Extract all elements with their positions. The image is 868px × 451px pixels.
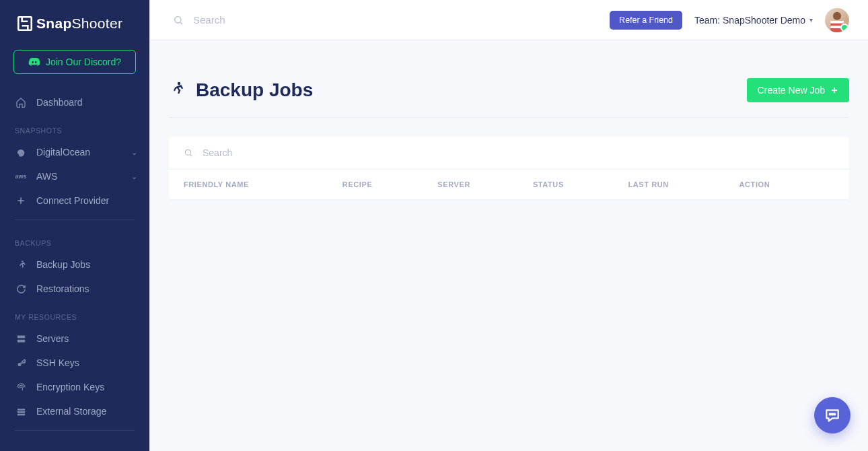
chevron-down-icon: ⌄	[131, 172, 137, 181]
team-label: Team: SnapShooter Demo	[694, 15, 805, 26]
sidebar-item-label: Restorations	[36, 283, 89, 294]
svg-point-17	[834, 413, 835, 415]
section-resources: MY RESOURCES	[0, 301, 149, 326]
sidebar-item-label: DigitalOcean	[36, 147, 90, 158]
svg-rect-3	[17, 339, 24, 342]
digitalocean-icon	[15, 146, 27, 158]
section-snapshots: SNAPSHOTS	[0, 114, 149, 140]
sidebar-item-restorations[interactable]: Restorations	[0, 277, 149, 301]
global-search[interactable]	[173, 14, 598, 26]
join-discord-button[interactable]: Join Our Discord?	[13, 50, 136, 74]
refer-friend-button[interactable]: Refer a Friend	[610, 11, 682, 30]
svg-rect-2	[17, 335, 24, 338]
table-search-input[interactable]	[203, 147, 834, 158]
chat-icon	[824, 407, 841, 424]
aws-icon: aws	[15, 170, 27, 182]
fingerprint-icon	[15, 381, 27, 393]
sidebar-item-dashboard[interactable]: Dashboard	[0, 90, 149, 114]
svg-rect-11	[830, 21, 843, 24]
plus-icon	[830, 86, 838, 94]
svg-point-1	[22, 261, 24, 263]
col-recipe: RECIPE	[342, 180, 438, 188]
sidebar-item-aws[interactable]: aws AWS ⌄	[0, 164, 149, 188]
svg-rect-7	[17, 413, 24, 415]
col-friendly-name: FRIENDLY NAME	[184, 180, 342, 188]
avatar[interactable]	[825, 8, 849, 32]
sidebar-item-connect-provider[interactable]: Connect Provider	[0, 188, 149, 213]
home-icon	[15, 96, 27, 108]
sidebar-item-label: Encryption Keys	[36, 382, 104, 392]
sidebar-item-digitalocean[interactable]: DigitalOcean ⌄	[0, 140, 149, 164]
sidebar-item-label: Backup Jobs	[36, 259, 90, 270]
logo-icon	[16, 15, 34, 32]
table-header-row: FRIENDLY NAME RECIPE SERVER STATUS LAST …	[169, 170, 849, 199]
brand-logo[interactable]: SnapShooter	[0, 0, 149, 43]
sidebar-item-label: Servers	[36, 333, 69, 344]
divider	[169, 117, 849, 118]
divider	[15, 219, 135, 220]
main-area: Refer a Friend Team: SnapShooter Demo ▾ …	[149, 0, 868, 451]
col-server: SERVER	[437, 180, 533, 188]
svg-point-8	[175, 16, 181, 22]
svg-point-9	[833, 11, 841, 20]
table-search[interactable]	[169, 137, 849, 170]
svg-point-16	[832, 413, 833, 415]
sidebar-item-label: Dashboard	[36, 97, 83, 108]
sidebar-item-label: AWS	[36, 171, 57, 182]
sidebar: SnapShooter Join Our Discord? Dashboard …	[0, 0, 149, 451]
sidebar-item-label: External Storage	[36, 406, 106, 417]
create-new-job-button[interactable]: Create New Job	[747, 78, 849, 102]
caret-down-icon: ▾	[809, 16, 813, 24]
sidebar-item-external-storage[interactable]: External Storage	[0, 399, 149, 423]
page-content: Backup Jobs Create New Job FRIENDLY NAME…	[150, 40, 868, 218]
sidebar-item-backup-jobs[interactable]: Backup Jobs	[0, 252, 149, 277]
svg-point-13	[178, 82, 180, 85]
plus-icon	[15, 195, 27, 207]
col-action: ACTION	[739, 180, 834, 188]
avatar-person-icon	[827, 9, 847, 32]
sidebar-item-ssh-keys[interactable]: SSH Keys	[0, 351, 149, 375]
divider	[15, 430, 135, 431]
sidebar-item-label: Connect Provider	[36, 195, 109, 206]
topbar: Refer a Friend Team: SnapShooter Demo ▾	[150, 0, 868, 40]
running-icon	[15, 258, 27, 271]
search-icon	[173, 15, 184, 26]
discord-icon	[28, 57, 40, 67]
section-backups: BACKUPS	[0, 227, 149, 252]
help-chat-button[interactable]	[814, 397, 851, 433]
sidebar-item-encryption-keys[interactable]: Encryption Keys	[0, 375, 149, 399]
page-title: Backup Jobs	[196, 79, 313, 101]
svg-point-4	[17, 362, 21, 366]
key-icon	[15, 357, 27, 369]
sidebar-item-servers[interactable]: Servers	[0, 326, 149, 351]
running-icon	[169, 81, 185, 100]
svg-rect-6	[17, 411, 24, 413]
search-input[interactable]	[193, 14, 598, 26]
svg-point-14	[185, 149, 190, 155]
jobs-table-card: FRIENDLY NAME RECIPE SERVER STATUS LAST …	[169, 137, 849, 199]
col-last-run: LAST RUN	[628, 180, 739, 188]
team-switcher[interactable]: Team: SnapShooter Demo ▾	[694, 15, 813, 26]
svg-point-15	[830, 413, 831, 415]
server-icon	[15, 333, 27, 345]
storage-icon	[15, 405, 27, 417]
search-icon	[184, 148, 193, 158]
svg-rect-0	[18, 17, 32, 30]
svg-rect-5	[17, 409, 24, 411]
svg-rect-12	[830, 26, 843, 28]
col-status: STATUS	[533, 180, 628, 188]
sidebar-item-label: SSH Keys	[36, 357, 79, 368]
restore-icon	[15, 283, 27, 295]
page-header: Backup Jobs Create New Job	[169, 78, 849, 117]
chevron-down-icon: ⌄	[131, 148, 137, 157]
